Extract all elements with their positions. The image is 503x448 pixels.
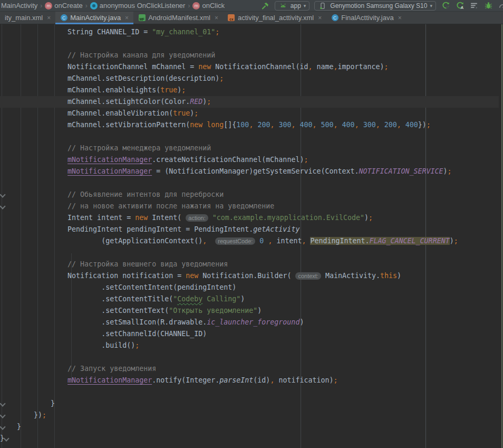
code-line[interactable]: .build(); — [0, 340, 499, 351]
run-toolbar: app ▾ Genymotion Samsung Galaxy S10 ▾ A — [260, 0, 503, 12]
device-phone-icon — [318, 1, 327, 11]
code-line[interactable]: mNotificationManager.notify(Integer.pars… — [0, 375, 499, 386]
breadcrumb-item[interactable]: monCreate — [45, 2, 82, 9]
code-line[interactable] — [0, 177, 499, 189]
editor-tabs: ity_main.xml×CMainActivity.java×MFAndroi… — [0, 12, 503, 24]
tab-label: ity_main.xml — [5, 14, 43, 22]
code-line[interactable]: NotificationChannel mChannel = new Notif… — [0, 61, 499, 73]
editor-tab[interactable]: CFinalActtivity.java× — [326, 12, 406, 24]
breadcrumb-separator-icon: › — [188, 2, 190, 9]
tab-label: AndroidManifest.xml — [148, 14, 210, 22]
code-line[interactable]: mChannel.setLightColor(Color.RED); — [0, 96, 499, 108]
code-line[interactable] — [0, 38, 499, 50]
code-line[interactable]: // Обьявление интентов для переброски — [0, 189, 499, 201]
code-line[interactable]: // Настройка канала для уведомлений — [0, 50, 499, 61]
device-selector[interactable]: Genymotion Samsung Galaxy S10 ▾ — [314, 1, 436, 11]
code-line[interactable]: .setChannelId(CHANNEL_ID) — [0, 328, 499, 340]
anonymous-class-icon — [90, 2, 98, 9]
manifest-file-icon: MF — [138, 14, 146, 22]
tab-close-icon[interactable]: × — [398, 14, 402, 22]
code-line[interactable]: Notification notification = new Notifica… — [0, 270, 499, 282]
code-line[interactable]: .setSmallIcon(R.drawable.ic_launcher_for… — [0, 317, 499, 328]
code-line[interactable]: String CHANNEL_ID = "my_channel_01"; — [0, 26, 499, 38]
code-line[interactable]: } — [0, 433, 499, 444]
svg-text:A: A — [460, 5, 463, 10]
code-line[interactable]: } — [0, 398, 499, 409]
code-line[interactable] — [0, 131, 499, 142]
method-icon: m — [45, 2, 52, 9]
code-line[interactable]: mChannel.enableVibration(true); — [0, 108, 499, 119]
breadcrumb-label: onClick — [202, 2, 225, 9]
android-app-icon — [278, 1, 288, 11]
run-config-label: app — [291, 2, 301, 9]
method-icon: m — [192, 2, 200, 9]
editor-tab[interactable]: CMainActivity.java× — [55, 12, 133, 24]
code-line[interactable]: // на новое активити после нажатия на ув… — [0, 201, 499, 212]
code-line[interactable]: Intent intent = new Intent( action: "com… — [0, 212, 499, 224]
chevron-down-icon: ▾ — [304, 3, 306, 8]
xml-layout-file-icon: cx — [228, 14, 235, 22]
code-line[interactable]: mChannel.setVibrationPattern(new long[]{… — [0, 119, 499, 131]
code-line[interactable] — [0, 351, 499, 363]
tab-label: activity_final_acttivity.xml — [238, 14, 314, 22]
code-line[interactable]: (getApplicationContext(), requestCode: 0… — [0, 235, 499, 247]
breadcrumb-item[interactable]: monClick — [192, 2, 225, 9]
scrollbar-error-stripe[interactable] — [499, 24, 503, 448]
parameter-hint: action: — [186, 214, 208, 222]
tab-label: FinalActtivity.java — [341, 14, 393, 22]
debug-bug-icon[interactable] — [483, 1, 493, 11]
code-line[interactable]: // Запуск уведомления — [0, 363, 499, 375]
tab-close-icon[interactable]: × — [125, 14, 129, 22]
code-line[interactable]: .setContentTitle("Codeby Calling") — [0, 293, 499, 305]
breadcrumb-separator-icon: › — [40, 2, 42, 9]
code-line[interactable]: mChannel.setDescription(description); — [0, 73, 499, 84]
profile-lines-icon[interactable] — [469, 1, 479, 11]
breadcrumb-separator-icon: › — [85, 2, 88, 9]
code-line[interactable]: mNotificationManager = (NotificationMana… — [0, 166, 499, 177]
profiler-icon[interactable] — [498, 1, 503, 11]
editor[interactable]: String CHANNEL_ID = "my_channel_01"; // … — [0, 24, 503, 448]
breadcrumb: MainActivity›monCreate›anonymous OnClick… — [0, 2, 225, 9]
java-class-icon: C — [331, 14, 338, 22]
android-studio-window: MainActivity›monCreate›anonymous OnClick… — [0, 0, 503, 448]
breadcrumb-label: MainActivity — [1, 2, 37, 9]
tab-close-icon[interactable]: × — [318, 14, 322, 22]
code-line[interactable]: // Настройка менеджера уведомлений — [0, 142, 499, 154]
tab-label: MainActivity.java — [70, 14, 121, 22]
java-class-icon: C — [60, 14, 67, 22]
attach-debugger-icon[interactable]: A — [455, 1, 465, 11]
parameter-hint: context: — [295, 272, 321, 280]
code-line[interactable]: mNotificationManager.createNotificationC… — [0, 154, 499, 166]
editor-tab[interactable]: MFAndroidManifest.xml× — [133, 12, 223, 24]
code-line[interactable]: .setContentText("Открыть уведомление") — [0, 305, 499, 317]
code-area[interactable]: String CHANNEL_ID = "my_channel_01"; // … — [0, 26, 499, 444]
code-line[interactable]: // Настройка внешнего вида уведомления — [0, 259, 499, 270]
breadcrumb-label: onCreate — [54, 2, 82, 9]
chevron-down-icon: ▾ — [430, 3, 432, 8]
breadcrumb-item[interactable]: MainActivity — [1, 2, 37, 9]
tab-close-icon[interactable]: × — [47, 14, 51, 22]
code-line[interactable] — [0, 247, 499, 259]
code-line[interactable] — [0, 386, 499, 398]
code-line[interactable]: } — [0, 421, 499, 433]
editor-tab[interactable]: ity_main.xml× — [0, 12, 55, 24]
device-label: Genymotion Samsung Galaxy S10 — [330, 2, 427, 9]
run-config-selector[interactable]: app ▾ — [275, 1, 310, 11]
breadcrumb-item[interactable]: anonymous OnClickListener — [90, 2, 186, 9]
navigation-bar: MainActivity›monCreate›anonymous OnClick… — [0, 0, 503, 12]
code-line[interactable]: mChannel.enableLights(true); — [0, 84, 499, 96]
breadcrumb-label: anonymous OnClickListener — [100, 2, 186, 9]
code-line[interactable]: .setContentIntent(pendingIntent) — [0, 282, 499, 293]
parameter-hint: requestCode: — [215, 237, 255, 245]
tab-close-icon[interactable]: × — [215, 14, 218, 22]
build-hammer-icon[interactable] — [260, 1, 270, 11]
rerun-icon[interactable] — [441, 1, 450, 11]
code-line[interactable]: }); — [0, 409, 499, 421]
code-line[interactable]: PendingIntent pendingIntent = PendingInt… — [0, 224, 499, 235]
editor-tab[interactable]: cxactivity_final_acttivity.xml× — [223, 12, 326, 24]
